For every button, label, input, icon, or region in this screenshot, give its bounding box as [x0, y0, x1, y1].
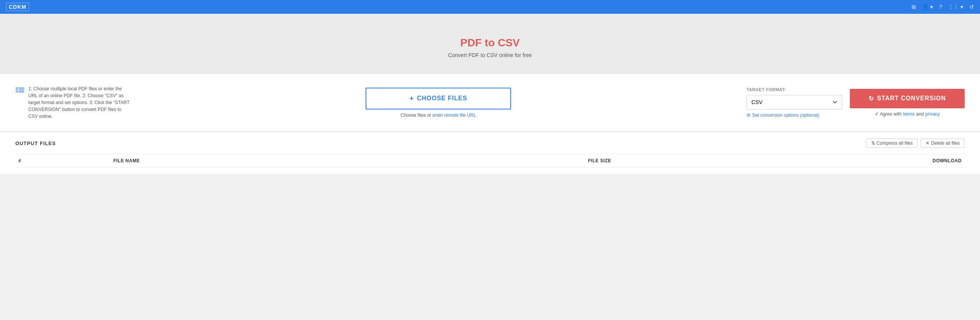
app-logo[interactable]: CDKM: [6, 3, 29, 11]
header-icons: ⊞ 👤 ▾ ? ⋮⋮ ▾ ↺: [911, 4, 974, 10]
svg-rect-0: [16, 88, 18, 88]
output-section: OUTPUT FILES ⇅ Compress all files ✕ Dele…: [0, 132, 980, 174]
instructions-block: 1: Choose multiple local PDF files or en…: [15, 85, 130, 120]
converter-section: 1: Choose multiple local PDF files or en…: [0, 73, 980, 132]
col-header-num: #: [15, 154, 110, 168]
checkmark-icon: ✓: [875, 111, 879, 117]
instructions-text: 1: Choose multiple local PDF files or en…: [28, 85, 130, 120]
delete-icon: ✕: [926, 140, 929, 146]
layers-icon[interactable]: ⊞: [911, 4, 916, 10]
target-format-label: TARGET FORMAT:: [746, 87, 842, 92]
col-header-name: FILE NAME: [110, 154, 585, 168]
svg-rect-4: [19, 90, 24, 90]
delete-label: Delete all files: [931, 140, 960, 146]
svg-rect-3: [19, 88, 24, 88]
files-table: # FILE NAME FILE SIZE DOWNLOAD: [15, 154, 965, 168]
refresh-icon: ↻: [869, 95, 874, 102]
start-conversion-label: START CONVERSION: [877, 95, 946, 102]
plus-icon: +: [410, 95, 414, 103]
privacy-link[interactable]: privacy: [925, 111, 940, 117]
output-actions: ⇅ Compress all files ✕ Delete all files: [866, 139, 965, 148]
choose-files-label: CHOOSE FILES: [417, 95, 467, 102]
app-header: CDKM ⊞ 👤 ▾ ? ⋮⋮ ▾ ↺: [0, 0, 980, 14]
terms-link[interactable]: terms: [903, 111, 915, 117]
hero-section: PDF to CSV Convert PDF to CSV online for…: [0, 14, 980, 73]
compress-label: Compress all files: [877, 140, 913, 146]
list-icon: [15, 86, 24, 98]
delete-all-button[interactable]: ✕ Delete all files: [921, 139, 965, 148]
page-title: PDF to CSV: [8, 37, 972, 49]
page-subtitle: Convert PDF to CSV online for free: [8, 52, 972, 58]
history-icon[interactable]: ↺: [969, 4, 974, 10]
target-format-area: TARGET FORMAT: CSV ⚙ Set conversion opti…: [746, 87, 842, 118]
output-header: OUTPUT FILES ⇅ Compress all files ✕ Dele…: [15, 139, 965, 148]
start-conversion-button[interactable]: ↻ START CONVERSION: [850, 89, 965, 108]
target-format-select[interactable]: CSV: [746, 95, 842, 109]
col-header-download: DOWNLOAD: [775, 154, 965, 168]
col-header-size: FILE SIZE: [585, 154, 775, 168]
conversion-options-link[interactable]: ⚙ Set conversion options (optional): [746, 113, 842, 118]
output-title: OUTPUT FILES: [15, 140, 56, 146]
gear-icon: ⚙: [746, 113, 751, 118]
svg-rect-1: [16, 90, 18, 90]
file-upload-area: + CHOOSE FILES Choose files or enter rem…: [138, 88, 739, 118]
remote-url-link[interactable]: enter remote file URL: [433, 113, 476, 118]
compress-all-button[interactable]: ⇅ Compress all files: [866, 139, 918, 148]
help-icon[interactable]: ?: [939, 4, 942, 10]
svg-rect-5: [19, 91, 24, 92]
grid-icon[interactable]: ⋮⋮ ▾: [948, 4, 963, 10]
table-header-row: # FILE NAME FILE SIZE DOWNLOAD: [15, 154, 965, 168]
user-icon[interactable]: 👤 ▾: [922, 4, 933, 10]
start-conversion-area: ↻ START CONVERSION ✓ Agree with terms an…: [850, 89, 965, 117]
svg-rect-2: [16, 91, 18, 92]
file-link-row: Choose files or enter remote file URL: [400, 113, 476, 118]
choose-files-button[interactable]: + CHOOSE FILES: [366, 88, 511, 109]
compress-icon: ⇅: [871, 140, 875, 146]
agree-row: ✓ Agree with terms and privacy: [875, 111, 940, 117]
